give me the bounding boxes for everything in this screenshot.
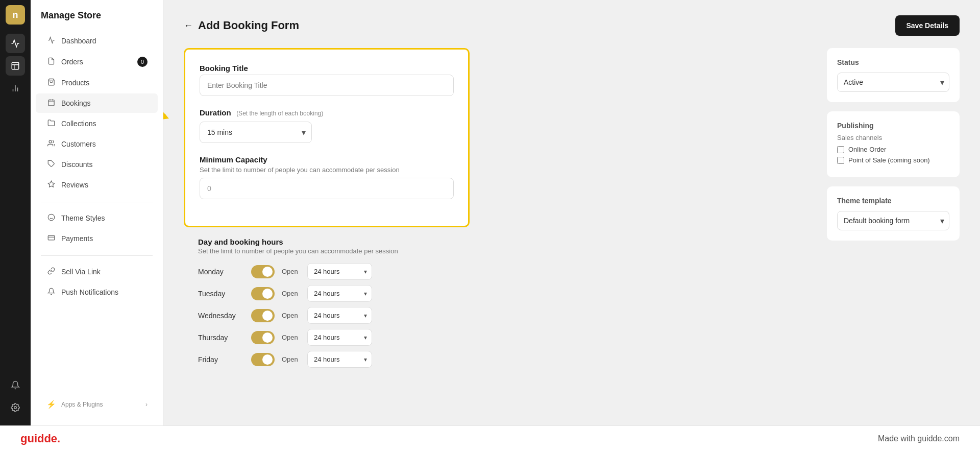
booking-form-card: Booking Title Duration (Set the length o… [184, 48, 470, 227]
sidebar-icon-analytics[interactable] [6, 79, 25, 98]
duration-section: Duration (Set the length of each booking… [200, 108, 454, 143]
hours-select-monday[interactable]: 24 hoursCustom hoursClosed [307, 263, 372, 280]
hours-select-wrap-monday: 24 hoursCustom hoursClosed [307, 263, 372, 280]
hours-select-thursday[interactable]: 24 hoursCustom hoursClosed [307, 329, 372, 346]
toggle-monday[interactable] [251, 265, 275, 278]
day-tuesday: Tuesday [198, 290, 244, 298]
sidebar-item-customers[interactable]: Customers [36, 134, 158, 154]
publishing-section: Publishing Sales channels Online Order P… [827, 111, 960, 177]
status-select-wrap: Active Inactive Draft [837, 73, 949, 92]
hours-select-tuesday[interactable]: 24 hoursCustom hoursClosed [307, 285, 372, 302]
online-order-checkbox[interactable] [837, 146, 844, 153]
dashboard-icon [46, 36, 56, 45]
svg-marker-14 [48, 181, 55, 187]
footer: guidde. Made with guidde.com [0, 425, 980, 451]
booking-title-input[interactable] [200, 75, 454, 96]
chevron-right-icon: › [145, 401, 148, 408]
theme-select-wrap: Default booking form Custom form [837, 211, 949, 230]
left-nav: Manage Store Dashboard Orders 0 Products… [31, 0, 163, 425]
push-notifications-label: Push Notifications [61, 288, 118, 296]
sidebar-item-dashboard[interactable]: Dashboard [36, 31, 158, 51]
toggle-wednesday[interactable] [251, 309, 275, 322]
toggle-friday[interactable] [251, 353, 275, 366]
bookings-icon [46, 99, 56, 108]
sales-channels-label: Sales channels [837, 134, 949, 141]
duration-label: Duration [200, 108, 231, 117]
orders-label: Orders [61, 58, 83, 66]
collections-label: Collections [61, 120, 96, 128]
day-wednesday: Wednesday [198, 312, 244, 320]
sidebar-item-bookings[interactable]: Bookings [36, 93, 158, 113]
sidebar-item-products[interactable]: Products [36, 73, 158, 92]
open-label-friday: Open [282, 355, 300, 363]
svg-point-6 [14, 407, 17, 409]
theme-template-label: Theme template [837, 197, 949, 205]
hours-select-friday[interactable]: 24 hoursCustom hoursClosed [307, 351, 372, 368]
status-select[interactable]: Active Inactive Draft [837, 73, 949, 92]
svg-rect-0 [12, 62, 19, 69]
icon-sidebar: n [0, 0, 31, 425]
booking-hours-sub: Set the limit to number of people you ca… [198, 247, 455, 255]
theme-template-select[interactable]: Default booking form Custom form [837, 211, 949, 230]
sidebar-item-discounts[interactable]: Discounts [36, 155, 158, 174]
sidebar-item-orders[interactable]: Orders 0 [36, 52, 158, 72]
products-icon [46, 78, 56, 87]
duration-select-wrap: 15 mins 30 mins 45 mins 1 hour 2 hours [200, 122, 312, 143]
footer-tagline: Made with guidde.com [878, 434, 960, 443]
sidebar-item-sell-via-link[interactable]: Sell Via Link [36, 262, 158, 281]
orders-icon [46, 57, 56, 66]
bell-icon[interactable] [6, 375, 25, 395]
pos-label: Point of Sale (coming soon) [848, 156, 930, 164]
products-label: Products [61, 79, 89, 87]
duration-select[interactable]: 15 mins 30 mins 45 mins 1 hour 2 hours [200, 122, 312, 143]
link-icon [46, 267, 56, 276]
open-label-monday: Open [282, 268, 300, 275]
hours-select-wrap-wednesday: 24 hoursCustom hoursClosed [307, 307, 372, 324]
day-row-tuesday: Tuesday Open 24 hoursCustom hoursClosed [198, 285, 455, 302]
back-button[interactable]: ← [184, 20, 193, 31]
booking-title-label: Booking Title [200, 64, 454, 73]
right-panel: Status Active Inactive Draft Publishing … [827, 48, 960, 250]
sell-via-link-label: Sell Via Link [61, 268, 101, 276]
arrow-annotation [163, 80, 180, 144]
sidebar-item-push-notifications[interactable]: Push Notifications [36, 282, 158, 302]
sidebar-item-collections[interactable]: Collections [36, 114, 158, 133]
settings-icon[interactable] [6, 398, 25, 417]
sidebar-item-reviews[interactable]: Reviews [36, 175, 158, 195]
collections-icon [46, 119, 56, 128]
toggle-tuesday[interactable] [251, 287, 275, 300]
day-row-wednesday: Wednesday Open 24 hoursCustom hoursClose… [198, 307, 455, 324]
content-layout: Booking Title Duration (Set the length o… [184, 48, 960, 373]
pos-checkbox[interactable] [837, 157, 844, 164]
svg-marker-20 [163, 108, 169, 120]
status-label: Status [837, 58, 949, 66]
sidebar-icon-chart[interactable] [6, 34, 25, 53]
sidebar-icon-box[interactable] [6, 56, 25, 76]
app-logo: n [6, 5, 25, 25]
duration-sublabel: (Set the length of each booking) [236, 110, 323, 117]
toggle-thursday[interactable] [251, 331, 275, 344]
min-capacity-input[interactable]: 0 [200, 178, 454, 199]
open-label-tuesday: Open [282, 290, 300, 297]
guidde-logo: guidde. [20, 432, 60, 445]
left-content: Booking Title Duration (Set the length o… [184, 48, 815, 373]
save-details-button[interactable]: Save Details [895, 15, 960, 36]
channel-pos: Point of Sale (coming soon) [837, 156, 949, 164]
hours-select-wednesday[interactable]: 24 hoursCustom hoursClosed [307, 307, 372, 324]
page-title-area: ← Add Booking Form [184, 19, 299, 32]
apps-plugins-label: Apps & Plugins [61, 401, 103, 408]
reviews-icon [46, 180, 56, 189]
svg-rect-8 [48, 100, 54, 106]
sidebar-item-payments[interactable]: Payments [36, 229, 158, 248]
theme-styles-label: Theme Styles [61, 214, 105, 222]
discounts-icon [46, 160, 56, 169]
online-order-label: Online Order [848, 146, 886, 153]
booking-title-section: Booking Title [200, 64, 454, 96]
page-header: ← Add Booking Form Save Details [184, 15, 960, 36]
apps-plugins-item[interactable]: ⚡ Apps & Plugins › [36, 395, 158, 414]
channel-online-order: Online Order [837, 146, 949, 153]
sidebar-item-theme-styles[interactable]: Theme Styles [36, 208, 158, 228]
day-thursday: Thursday [198, 334, 244, 342]
svg-point-12 [49, 140, 52, 143]
booking-hours-section: Day and booking hours Set the limit to n… [184, 238, 470, 368]
